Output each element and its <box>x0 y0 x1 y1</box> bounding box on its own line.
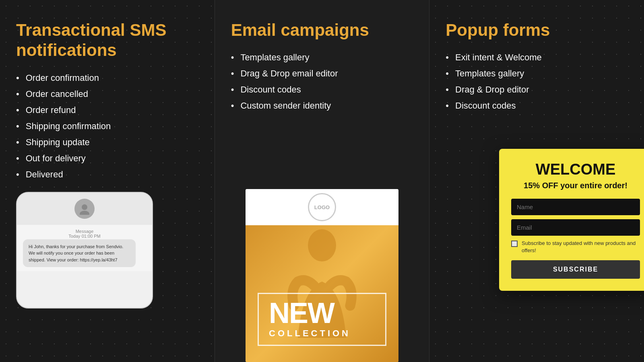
phone-mockup: Message Today 01:00 PM Hi John, thanks f… <box>16 192 153 309</box>
popup-discount-text: 15% OFF your entire order! <box>511 180 640 191</box>
sms-title: Transactional SMS notifications <box>16 20 198 61</box>
email-mockup: LOGO NEW COLLECTION <box>246 189 398 362</box>
popup-subscribe-button[interactable]: SUBSCRIBE <box>511 260 640 279</box>
column-sms: Transactional SMS notifications Order co… <box>0 0 215 362</box>
popup-name-input[interactable] <box>511 199 640 215</box>
popup-feature-item: Exit intent & Welcome <box>446 52 628 63</box>
sms-feature-item: Delivered <box>16 169 198 180</box>
svg-point-0 <box>82 204 87 210</box>
email-title: Email campaigns <box>231 20 413 40</box>
popup-checkbox[interactable] <box>511 241 518 247</box>
sms-feature-item: Order refund <box>16 105 198 115</box>
email-feature-item: Discount codes <box>231 84 413 95</box>
popup-welcome-title: WELCOME <box>511 161 640 178</box>
phone-message-label: Message Today 01:00 PM <box>23 229 146 239</box>
popup-feature-item: Discount codes <box>446 101 628 111</box>
email-feature-item: Custom sender identity <box>231 101 413 111</box>
sms-feature-item: Order confirmation <box>16 73 198 83</box>
popup-title: Popup forms <box>446 20 628 40</box>
email-image-area: NEW COLLECTION <box>246 225 398 362</box>
popup-feature-item: Templates gallery <box>446 68 628 79</box>
popup-mockup: × WELCOME 15% OFF your entire order! Sub… <box>499 149 644 291</box>
svg-point-1 <box>80 211 89 215</box>
popup-checkbox-label: Subscribe to stay updated with new produ… <box>522 240 640 254</box>
sms-feature-item: Order cancelled <box>16 89 198 99</box>
popup-email-input[interactable] <box>511 219 640 236</box>
svg-point-2 <box>308 229 336 261</box>
email-new-collection: NEW COLLECTION <box>258 293 386 346</box>
popup-checkbox-row: Subscribe to stay updated with new produ… <box>511 240 640 254</box>
email-feature-item: Templates gallery <box>231 52 413 63</box>
sms-feature-item: Shipping update <box>16 137 198 148</box>
sms-feature-list: Order confirmationOrder cancelledOrder r… <box>16 73 198 180</box>
email-feature-item: Drag & Drop email editor <box>231 68 413 79</box>
email-logo: LOGO <box>308 193 336 221</box>
column-email: Email campaigns Templates galleryDrag & … <box>215 0 430 362</box>
popup-feature-item: Drag & Drop editor <box>446 84 628 95</box>
sms-feature-item: Shipping confirmation <box>16 121 198 132</box>
phone-body: Message Today 01:00 PM Hi John, thanks f… <box>17 225 152 272</box>
email-logo-area: LOGO <box>246 189 398 225</box>
email-feature-list: Templates galleryDrag & Drop email edito… <box>231 52 413 111</box>
sms-message-bubble: Hi John, thanks for your purchase from S… <box>23 239 136 267</box>
email-new-text: NEW <box>269 300 375 326</box>
email-collection-text: COLLECTION <box>269 328 375 339</box>
column-popup: Popup forms Exit intent & WelcomeTemplat… <box>429 0 644 362</box>
phone-header <box>17 193 152 225</box>
popup-feature-list: Exit intent & WelcomeTemplates galleryDr… <box>446 52 628 111</box>
sms-feature-item: Out for delivery <box>16 153 198 164</box>
avatar <box>74 199 95 219</box>
